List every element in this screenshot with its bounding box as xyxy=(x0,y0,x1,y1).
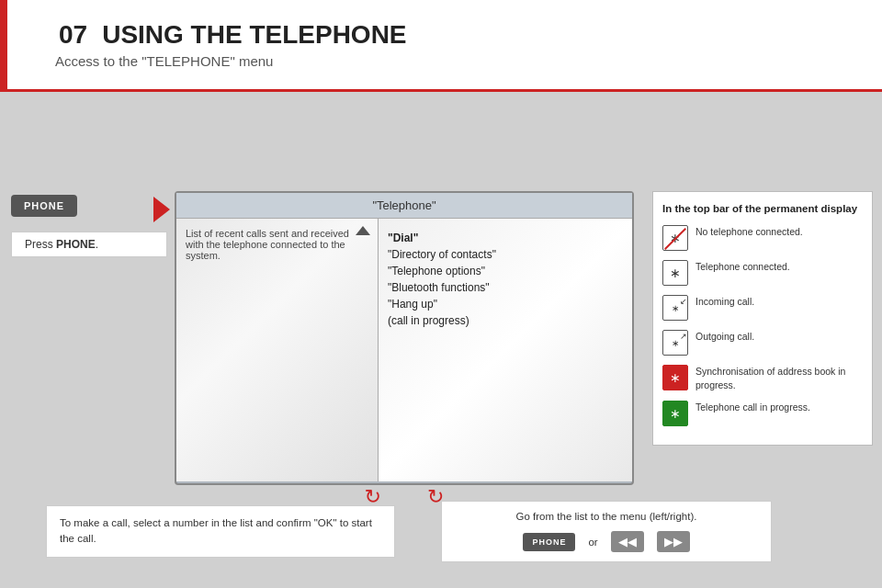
main-content: PHONE Press PHONE. "Telephone" List of r… xyxy=(0,92,882,588)
nav-prev-btn[interactable]: ◀◀ xyxy=(611,531,644,552)
telephone-screen: "Telephone" List of recent calls sent an… xyxy=(175,191,634,485)
bt-row-outgoing: ∗↗ Outgoing call. xyxy=(662,330,863,356)
bt-outgoing-icon: ∗↗ xyxy=(662,330,688,356)
bt-sync-label: Synchronisation of address book in progr… xyxy=(695,365,863,391)
page-title: USING THE TELEPHONE xyxy=(102,20,406,50)
menu-item-options[interactable]: "Telephone options" xyxy=(388,265,623,277)
menu-item-dial[interactable]: "Dial" xyxy=(388,232,623,244)
page-header: 07 USING THE TELEPHONE Access to the "TE… xyxy=(0,0,882,92)
bottom-right-text: Go from the list to the menu (left/right… xyxy=(455,511,758,522)
bt-connected-icon: ∗ xyxy=(662,260,688,286)
bt-incoming-label: Incoming call. xyxy=(695,295,754,309)
phone-btn-small[interactable]: PHONE xyxy=(523,533,575,551)
screen-title: "Telephone" xyxy=(176,193,632,219)
menu-item-hangup[interactable]: "Hang up" xyxy=(388,298,623,311)
bt-row-sync: ∗ Synchronisation of address book in pro… xyxy=(662,365,863,391)
arrow-to-screen xyxy=(153,197,170,222)
press-period: . xyxy=(96,238,98,251)
navigation-controls: PHONE or ◀◀ ▶▶ xyxy=(455,531,758,552)
chapter-number: 07 xyxy=(59,20,87,50)
bt-call-progress-icon: ∗ xyxy=(662,401,688,426)
bt-sync-icon: ∗ xyxy=(662,365,688,390)
press-phone-label: Press PHONE. xyxy=(11,232,167,257)
bt-connected-label: Telephone connected. xyxy=(695,260,790,274)
screen-body: List of recent calls sent and received w… xyxy=(176,219,632,481)
bt-no-phone-label: No telephone connected. xyxy=(695,225,803,239)
bt-outgoing-label: Outgoing call. xyxy=(695,330,754,344)
bt-row-no-phone: ∗ No telephone connected. xyxy=(662,225,863,251)
right-panel-title: In the top bar of the permanent display xyxy=(662,201,863,216)
phone-button-icon[interactable]: PHONE xyxy=(11,195,77,217)
menu-item-directory[interactable]: "Directory of contacts" xyxy=(388,248,623,261)
press-bold: PHONE xyxy=(56,238,96,251)
menu-item-call-progress: (call in progress) xyxy=(388,314,623,327)
permanent-display-panel: In the top bar of the permanent display … xyxy=(652,191,873,446)
screen-menu: "Dial" "Directory of contacts" "Telephon… xyxy=(379,219,632,481)
bt-row-call-progress: ∗ Telephone call in progress. xyxy=(662,401,863,426)
menu-item-bluetooth[interactable]: "Bluetooth functions" xyxy=(388,281,623,294)
recent-calls-text: List of recent calls sent and received w… xyxy=(186,228,349,261)
screen-up-arrow xyxy=(356,226,370,235)
bt-call-progress-label: Telephone call in progress. xyxy=(695,401,810,414)
left-panel: PHONE Press PHONE. xyxy=(11,195,167,257)
nav-next-btn[interactable]: ▶▶ xyxy=(657,531,690,552)
bt-row-incoming: ∗↙ Incoming call. xyxy=(662,295,863,321)
screen-recent-calls: List of recent calls sent and received w… xyxy=(176,219,379,481)
or-text: or xyxy=(588,537,597,548)
bottom-left-info: To make a call, select a number in the l… xyxy=(46,505,395,558)
bottom-right-info: Go from the list to the menu (left/right… xyxy=(441,501,772,562)
page-subtitle: Access to the "TELEPHONE" menu xyxy=(55,53,882,69)
header-accent-bar xyxy=(0,0,7,92)
bottom-left-text: To make a call, select a number in the l… xyxy=(60,517,372,544)
bt-incoming-icon: ∗↙ xyxy=(662,295,688,321)
press-text: Press xyxy=(25,238,56,251)
bt-no-phone-icon: ∗ xyxy=(662,225,688,251)
bt-row-connected: ∗ Telephone connected. xyxy=(662,260,863,286)
